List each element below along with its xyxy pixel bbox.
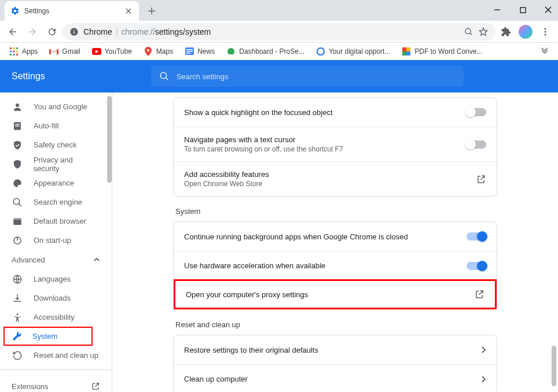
svg-point-3	[544, 31, 546, 32]
svg-rect-32	[13, 218, 21, 220]
svg-rect-18	[186, 51, 193, 52]
svg-rect-10	[16, 50, 18, 52]
toggle-quick-highlight[interactable]	[467, 108, 486, 116]
sidebar-item-languages[interactable]: Languages	[0, 269, 112, 289]
sidebar-item-reset[interactable]: Reset and clean up	[0, 346, 112, 365]
svg-point-30	[13, 198, 20, 205]
svg-rect-29	[15, 125, 20, 127]
svg-point-4	[544, 34, 546, 35]
reload-button[interactable]	[43, 23, 61, 41]
bookmark-news[interactable]: News	[180, 44, 219, 59]
sidebar-item-you-and-google[interactable]: You and Google	[0, 97, 112, 116]
chevron-right-icon	[480, 346, 486, 354]
autofill-icon	[12, 121, 23, 131]
bookmark-maps[interactable]: Maps	[139, 44, 178, 59]
external-link-icon	[474, 289, 484, 299]
toggle-background-apps[interactable]	[467, 232, 486, 241]
bookmark-youtube[interactable]: YouTube	[87, 44, 137, 59]
sidebar-scrollbar[interactable]	[107, 96, 112, 389]
profile-avatar[interactable]	[516, 23, 535, 41]
external-link-icon	[91, 382, 100, 391]
palette-icon	[12, 178, 23, 188]
svg-point-2	[544, 28, 546, 29]
sidebar-item-default-browser[interactable]: Default browser	[0, 212, 112, 231]
svg-rect-0	[520, 8, 526, 13]
back-button[interactable]	[3, 23, 22, 41]
new-tab-button[interactable]	[144, 3, 160, 19]
svg-point-20	[317, 48, 324, 55]
svg-rect-21	[402, 47, 406, 51]
sidebar-item-safety-check[interactable]: Safety check	[0, 135, 112, 154]
row-restore-defaults[interactable]: Restore settings to their original defau…	[174, 335, 497, 364]
svg-rect-13	[16, 54, 18, 56]
minimize-button[interactable]	[490, 2, 505, 17]
row-clean-up[interactable]: Clean up computer	[174, 364, 497, 392]
bookmark-dashboard[interactable]: Dashboard - ProSe...	[222, 44, 309, 59]
bookmark-digital[interactable]: Your digital opport...	[311, 44, 395, 59]
settings-main: Show a quick highlight on the focused ob…	[112, 93, 558, 392]
search-input[interactable]	[177, 72, 456, 81]
shield-icon	[12, 159, 23, 169]
globe-icon	[12, 274, 23, 284]
maps-icon	[144, 47, 153, 56]
star-icon[interactable]	[478, 27, 489, 37]
site-info-icon[interactable]	[69, 27, 79, 36]
toggle-hardware-accel[interactable]	[467, 262, 486, 270]
svg-rect-7	[16, 47, 18, 49]
download-icon	[12, 293, 23, 304]
sidebar-item-autofill[interactable]: Auto-fill	[0, 116, 112, 135]
search-icon	[159, 71, 170, 82]
settings-title: Settings	[12, 71, 45, 82]
sidebar-item-startup[interactable]: On start-up	[0, 231, 112, 250]
row-background-apps[interactable]: Continue running background apps when Go…	[174, 222, 497, 251]
svg-point-1	[465, 28, 471, 34]
sidebar-item-search-engine[interactable]: Search engine	[0, 193, 112, 212]
sidebar-item-privacy[interactable]: Privacy and security	[0, 154, 112, 173]
main-scrollbar[interactable]	[550, 93, 558, 392]
row-quick-highlight[interactable]: Show a quick highlight on the focused ob…	[174, 98, 497, 127]
zoom-icon[interactable]	[464, 27, 473, 36]
sidebar-advanced-header[interactable]: Advanced	[0, 250, 112, 269]
sidebar-item-downloads[interactable]: Downloads	[0, 289, 112, 308]
close-window-button[interactable]	[541, 2, 556, 17]
svg-rect-11	[10, 54, 12, 56]
sidebar-item-appearance[interactable]: Appearance	[0, 173, 112, 193]
sidebar-item-accessibility[interactable]: Accessibility	[0, 308, 112, 327]
bookmark-pdf[interactable]: PDF to Word Conve...	[397, 44, 487, 59]
forward-button[interactable]	[23, 23, 42, 41]
youtube-icon	[92, 47, 101, 56]
browser-icon	[12, 216, 23, 227]
row-hardware-accel[interactable]: Use hardware acceleration when available	[174, 251, 497, 280]
extensions-button[interactable]	[497, 23, 515, 41]
address-bar[interactable]: Chrome|chrome://settings/system	[63, 23, 495, 40]
svg-rect-17	[186, 49, 193, 50]
svg-rect-12	[13, 54, 15, 56]
search-settings-box[interactable]	[151, 66, 464, 87]
browser-toolbar: Chrome|chrome://settings/system	[0, 21, 558, 43]
search-icon	[12, 197, 23, 208]
chevron-up-icon	[93, 256, 100, 263]
svg-rect-19	[186, 53, 190, 54]
svg-point-15	[147, 49, 149, 51]
sidebar-item-system[interactable]: System	[3, 327, 93, 346]
svg-rect-5	[10, 47, 12, 49]
row-caret-browsing[interactable]: Navigate pages with a text cursor To tur…	[174, 127, 497, 161]
news-icon	[185, 47, 194, 56]
google-icon	[316, 47, 325, 56]
row-add-accessibility[interactable]: Add accessibility features Open Chrome W…	[174, 161, 497, 196]
bookmark-gmail[interactable]: Gmail	[45, 44, 85, 59]
row-proxy-settings[interactable]: Open your computer's proxy settings	[174, 279, 497, 309]
system-card: Continue running background apps when Go…	[173, 221, 497, 310]
dashboard-icon	[226, 47, 236, 56]
sidebar-extensions[interactable]: Extensions	[0, 375, 112, 392]
section-title-reset: Reset and clean up	[173, 310, 497, 335]
maximize-button[interactable]	[515, 2, 530, 17]
toggle-caret-browsing[interactable]	[467, 140, 486, 149]
bookmark-apps[interactable]: Apps	[5, 44, 42, 59]
browser-tab[interactable]: Settings	[5, 1, 139, 21]
menu-button[interactable]	[536, 23, 555, 41]
close-icon[interactable]	[124, 6, 133, 16]
svg-rect-9	[13, 50, 15, 52]
settings-sidebar: You and Google Auto-fill Safety check Pr…	[0, 93, 112, 392]
bookmarks-overflow[interactable]	[536, 47, 553, 56]
